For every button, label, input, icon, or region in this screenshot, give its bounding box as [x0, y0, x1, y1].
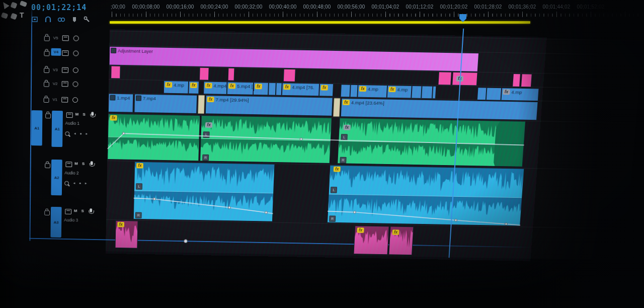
clip-label: 5.mp4 [ [237, 84, 253, 89]
video-clip-pink[interactable] [521, 73, 532, 87]
track-output-eye-icon[interactable] [73, 50, 78, 56]
track-name-v4[interactable]: V4 [51, 48, 61, 56]
ripple-edit-tool-icon[interactable] [20, 1, 27, 7]
mute-button[interactable]: M [74, 209, 77, 213]
video-clip-pink[interactable] [283, 69, 296, 82]
solo-button[interactable]: S [83, 112, 85, 117]
audio-clip-blue[interactable]: fx L R [133, 162, 275, 222]
video-clip[interactable]: fx [319, 84, 334, 97]
track-target-a2[interactable]: A2 [51, 160, 62, 195]
sync-lock-icon[interactable] [62, 50, 68, 56]
audio-clip-blue[interactable]: fx L R [327, 165, 524, 226]
track-name-audio1[interactable]: Audio 1 [65, 121, 80, 126]
audio-clip-green[interactable]: fx [107, 114, 200, 161]
video-clip[interactable]: 1.mp4 [108, 94, 133, 113]
audio-clip-green[interactable]: fx L R [337, 118, 526, 167]
sync-lock-icon[interactable] [65, 209, 71, 214]
lock-icon[interactable] [45, 163, 50, 168]
video-clip[interactable]: fx4.mp [387, 85, 412, 98]
mic-icon[interactable] [91, 161, 93, 165]
audio-clip-pink[interactable]: fx [354, 225, 389, 255]
clip-label: 4.mp [511, 90, 522, 95]
transition-clip[interactable] [333, 98, 341, 117]
video-clip[interactable]: fx [253, 82, 269, 95]
solo-button[interactable]: S [82, 209, 84, 213]
video-clip[interactable]: fx [188, 81, 199, 94]
sync-lock-icon[interactable] [61, 97, 68, 103]
linked-selection-icon[interactable] [57, 16, 66, 25]
sync-lock-icon[interactable] [66, 112, 73, 118]
track-name-v2[interactable]: V2 [53, 82, 58, 86]
video-clip[interactable]: fx4.mp [357, 85, 387, 98]
nest-icon[interactable] [31, 16, 39, 25]
track-name-audio2[interactable]: Audio 2 [64, 171, 78, 176]
video-clip[interactable] [268, 83, 276, 96]
solo-button[interactable]: S [82, 162, 85, 166]
video-clip-pink[interactable] [199, 67, 209, 81]
video-clip[interactable] [421, 86, 433, 99]
video-clip[interactable]: fx4.mp [501, 88, 539, 101]
lock-icon[interactable] [44, 51, 49, 56]
track-output-eye-icon[interactable] [73, 67, 78, 73]
video-clip[interactable]: fx7.mp4 [29.94%] [205, 95, 333, 116]
video-clip-pink[interactable]: fx [452, 72, 477, 86]
video-clip-pink[interactable] [512, 73, 521, 87]
magnifier-icon[interactable] [64, 181, 69, 186]
audio-clip-pink[interactable]: fx [388, 226, 414, 256]
track-output-eye-icon[interactable] [73, 36, 79, 41]
mute-button[interactable]: M [74, 162, 78, 166]
lock-icon[interactable] [44, 36, 50, 41]
video-clip[interactable]: fx4.mp [164, 81, 189, 94]
lock-icon[interactable] [45, 113, 51, 118]
keyframe-nav[interactable]: ◂ ● ▸ [73, 181, 89, 185]
track-output-eye-icon[interactable] [72, 82, 78, 87]
source-patch-a1[interactable]: A1 [31, 110, 42, 145]
sync-lock-icon[interactable] [65, 162, 72, 167]
sync-lock-icon[interactable] [62, 81, 68, 87]
video-clip[interactable]: fx4.mp4 [76. [282, 83, 319, 96]
razor-tool-icon[interactable] [1, 12, 9, 19]
video-clip[interactable]: fx4.mp4 [ [203, 81, 227, 94]
sync-lock-icon[interactable] [62, 35, 69, 41]
track-name-v5[interactable]: V5 [53, 36, 58, 40]
selection-tool-icon[interactable] [1, 1, 9, 10]
wrench-icon[interactable] [83, 16, 91, 25]
mute-button[interactable]: M [75, 112, 79, 117]
track-name-audio3[interactable]: Audio 3 [64, 217, 78, 222]
video-clip[interactable]: fx4.mp4 [23.64%] [341, 98, 538, 120]
video-clip[interactable]: 7.mp4 [134, 94, 197, 114]
mic-icon[interactable] [91, 112, 94, 116]
mic-icon[interactable] [90, 208, 92, 212]
magnifier-icon[interactable] [65, 131, 69, 136]
video-clip[interactable] [350, 85, 358, 98]
track-target-a1[interactable]: A1 [51, 111, 63, 147]
transition-clip[interactable] [198, 95, 205, 114]
video-clip[interactable] [276, 83, 282, 96]
video-clip[interactable] [477, 87, 487, 100]
audio-clip-pink[interactable]: fx [115, 220, 138, 249]
snap-magnet-icon[interactable] [44, 16, 52, 25]
track-output-eye-icon[interactable] [72, 97, 78, 103]
video-clip-pink[interactable] [438, 71, 451, 85]
video-clip-pink[interactable] [111, 66, 120, 79]
work-area-bar[interactable] [110, 21, 530, 24]
video-clip[interactable] [341, 84, 351, 97]
pen-tool-icon[interactable] [10, 13, 17, 20]
lock-icon[interactable] [44, 98, 49, 103]
video-clip[interactable]: fx5.mp4 [ [227, 82, 254, 95]
track-name-v1[interactable]: V1 [52, 97, 57, 102]
track-name-v3[interactable]: V3 [53, 67, 58, 72]
track-select-tool-icon[interactable] [10, 2, 17, 9]
video-clip[interactable] [411, 86, 422, 99]
lock-icon[interactable] [44, 210, 50, 215]
keyframe-nav[interactable]: ◂ ● ▸ [74, 132, 89, 136]
lock-icon[interactable] [44, 82, 49, 87]
type-tool-icon[interactable]: T [20, 11, 24, 19]
video-clip[interactable] [486, 88, 502, 101]
marker-icon[interactable] [71, 16, 77, 25]
lock-icon[interactable] [44, 68, 49, 73]
sync-lock-icon[interactable] [62, 67, 68, 73]
track-target-a3[interactable]: A3 [50, 207, 61, 238]
audio-clip-green[interactable]: fx L R [200, 115, 332, 164]
video-clip-pink[interactable] [228, 68, 235, 81]
